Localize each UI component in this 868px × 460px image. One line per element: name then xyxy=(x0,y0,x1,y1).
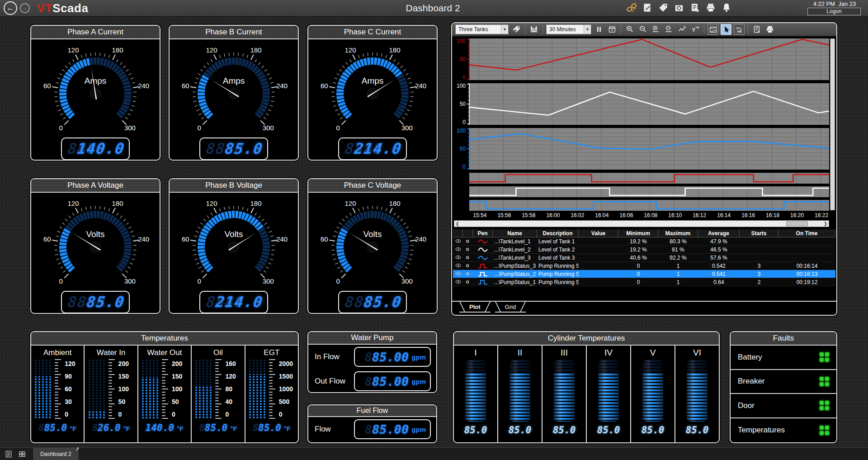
reset-zoom-button[interactable]: 100 xyxy=(734,24,745,35)
tag-plus-button[interactable] xyxy=(511,24,522,35)
svg-text:300: 300 xyxy=(263,124,274,132)
taskbar-tab-dashboard2[interactable]: Dashboard 2 xyxy=(33,448,78,460)
tag-icon xyxy=(658,2,669,13)
svg-text:300: 300 xyxy=(124,277,136,285)
pen-row[interactable]: ...\PumpStatus_1Pump Running Sta010.6420… xyxy=(453,278,835,286)
temp-label: Oil xyxy=(213,348,223,357)
seven-segment-readout: 8888.8 140.0 xyxy=(61,138,130,160)
analog-pen-icon xyxy=(477,247,488,252)
svg-text:0: 0 xyxy=(462,164,466,170)
autoscale-icon: 1 xyxy=(678,25,687,34)
zoom-out-button[interactable] xyxy=(637,24,648,35)
report-icon[interactable] xyxy=(4,449,14,459)
cylinder-temps-panel: Cylinder Temperatures I85.0II85.0III85.0… xyxy=(453,331,720,443)
pen-visible-toggle[interactable] xyxy=(453,271,463,276)
pen-row[interactable]: ...\PumpStatus_2Pump Running Sta010.5413… xyxy=(453,270,835,278)
pen-settings-button[interactable] xyxy=(463,263,473,268)
window-grid-icon xyxy=(18,450,26,458)
fault-rows: BatteryBreakerDoorTemperatures xyxy=(731,346,836,442)
scroll-left-icon[interactable]: ❮ xyxy=(454,221,461,227)
gear-box-icon xyxy=(674,2,684,13)
analog-subplot-TankLevel_3[interactable]: 100500 xyxy=(453,128,830,171)
save-button[interactable] xyxy=(528,24,539,35)
duration-select[interactable]: 30 Minutes▼ xyxy=(546,24,591,34)
pen-settings-button[interactable] xyxy=(463,239,473,243)
autoscale-button[interactable]: 1 xyxy=(677,24,688,35)
pause-button[interactable] xyxy=(594,24,604,35)
calendar-button[interactable]: 7 xyxy=(607,24,618,35)
pen-description: Level of Tank 1 xyxy=(537,238,579,245)
pen-row[interactable]: ...\TankLevel_3Level of Tank 340.6 %92.2… xyxy=(453,254,835,262)
zoom-in-button[interactable] xyxy=(624,24,635,35)
digital-subplot-PumpStatus_2[interactable] xyxy=(453,186,830,199)
pen-settings-button[interactable] xyxy=(463,247,473,251)
zoom-in-time-button[interactable] xyxy=(651,24,661,35)
pen-row[interactable]: ...\TankLevel_2Level of Tank 219.2 %81 %… xyxy=(453,246,835,254)
gear-icon xyxy=(465,255,471,260)
gauge-unit-label: Volts xyxy=(363,229,382,239)
horizontal-scrollbar[interactable]: ❮❯ xyxy=(454,220,829,227)
time-tick-label: 16:14 xyxy=(717,212,731,218)
gauge-title: Phase C Voltage xyxy=(308,179,437,193)
y-axis-reset-button[interactable]: Y xyxy=(690,24,701,35)
fault-row-battery: Battery xyxy=(731,346,836,370)
pen-settings-button[interactable] xyxy=(463,280,473,284)
digital-subplot-PumpStatus_1[interactable] xyxy=(453,200,830,213)
window-grid-icon[interactable] xyxy=(17,449,27,459)
pen-settings-button[interactable] xyxy=(463,255,473,260)
pen-row[interactable]: ...\TankLevel_1Level of Tank 119.2 %80.3… xyxy=(453,237,835,246)
doc-add-icon[interactable] xyxy=(689,2,701,14)
vtscada-dashboard: { "top_bar": { "logo": {"vt": "VT", "sca… xyxy=(0,0,868,460)
pen-group-select[interactable]: Three Tanks▼ xyxy=(455,24,509,34)
tag-icon[interactable] xyxy=(657,2,669,14)
analog-subplot-TankLevel_2[interactable]: 100500 xyxy=(453,83,830,127)
digital-pen-icon xyxy=(477,280,488,285)
forward-button[interactable]: → xyxy=(20,3,30,13)
trend-mode-button[interactable] xyxy=(708,24,718,35)
gauge-value: 214.0 xyxy=(205,293,264,311)
pen-visible-toggle[interactable] xyxy=(453,247,463,252)
back-button[interactable]: ← xyxy=(4,1,17,15)
svg-text:120: 120 xyxy=(67,46,79,54)
page-edit-icon[interactable] xyxy=(642,2,653,14)
zoom-out-time-button[interactable] xyxy=(664,24,675,35)
tag-plus-icon xyxy=(512,25,521,34)
scale-labels: 16012080400 xyxy=(225,360,241,418)
vertical-scrollbar[interactable] xyxy=(830,38,835,210)
pen-visible-toggle[interactable] xyxy=(453,280,463,285)
pen-visible-toggle[interactable] xyxy=(453,255,463,260)
print-button[interactable] xyxy=(764,24,775,35)
svg-text:60: 60 xyxy=(182,82,189,90)
time-tick-label: 16:16 xyxy=(741,212,755,218)
cursor-mode-button[interactable] xyxy=(721,24,731,35)
analog-subplot-TankLevel_1[interactable]: 100500 xyxy=(453,38,830,82)
pen-description: Pump Running Sta xyxy=(537,263,579,269)
eye-icon xyxy=(455,239,462,244)
temp-readout: 888.8 85.0°F xyxy=(199,422,237,433)
chevron-down-icon: ▼ xyxy=(584,25,591,34)
scroll-thumb[interactable] xyxy=(786,221,808,226)
gear-box-icon[interactable] xyxy=(673,2,685,14)
logon-button[interactable]: Logon xyxy=(807,8,861,15)
gauge-value: 214.0 xyxy=(344,140,402,157)
pen-row[interactable]: ...\PumpStatus_3Pump Running Sta010.5423… xyxy=(453,262,835,270)
tab-plot[interactable]: Plot xyxy=(459,302,491,313)
svg-text:240: 240 xyxy=(415,235,426,243)
zoom-out-icon xyxy=(638,25,647,34)
pen-settings-button[interactable] xyxy=(463,271,473,276)
scroll-right-icon[interactable]: ❯ xyxy=(822,221,829,227)
digital-subplot-PumpStatus_3[interactable] xyxy=(453,173,830,185)
svg-text:240: 240 xyxy=(276,235,288,243)
cylinder-v: V85.0 xyxy=(630,346,675,442)
link-icon[interactable] xyxy=(626,2,637,14)
time-tick-label: 16:10 xyxy=(668,212,682,218)
tab-grid[interactable]: Grid xyxy=(495,302,526,313)
led-bar xyxy=(248,359,266,419)
print-icon[interactable] xyxy=(705,2,717,14)
pen-visible-toggle[interactable] xyxy=(453,263,463,268)
status-led xyxy=(820,426,829,435)
bell-icon[interactable] xyxy=(721,2,732,14)
pen-visible-toggle[interactable] xyxy=(453,239,463,244)
notebook-button[interactable] xyxy=(751,24,762,35)
trend-toolbar: Three Tanks▼30 Minutes▼71Y100 xyxy=(452,23,836,37)
